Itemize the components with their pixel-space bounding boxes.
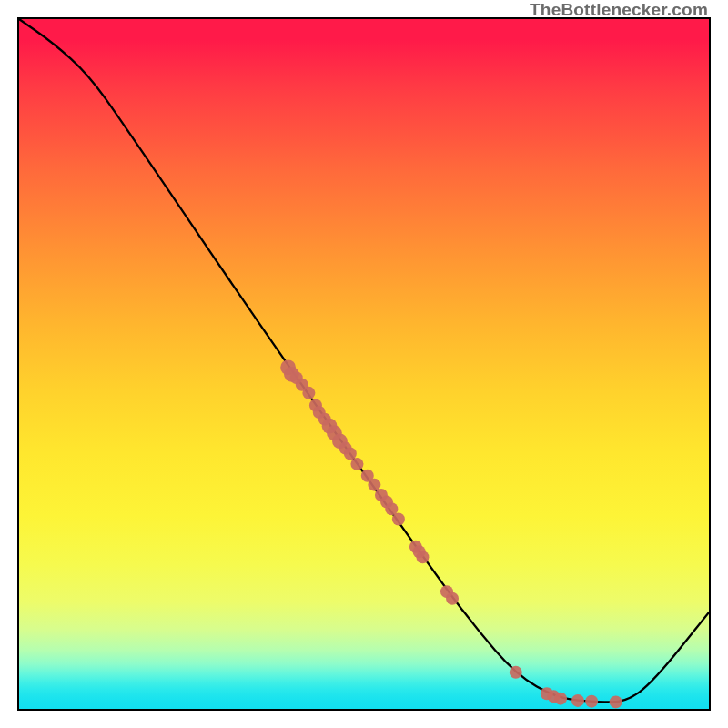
- plot-area: [17, 17, 711, 711]
- chart-container: TheBottlenecker.com: [0, 0, 728, 728]
- scatter-dot: [416, 551, 429, 563]
- scatter-dot: [392, 513, 405, 526]
- scatter-dot: [302, 387, 315, 399]
- chart-svg: [19, 19, 709, 709]
- scatter-dot: [585, 695, 598, 708]
- scatter-dot: [446, 592, 459, 605]
- scatter-dot: [510, 666, 522, 679]
- scatter-dot: [344, 448, 357, 460]
- scatter-dot: [610, 695, 622, 708]
- scatter-dot: [368, 479, 380, 491]
- scatter-dot: [554, 693, 567, 705]
- scatter-dot: [571, 694, 584, 707]
- scatter-dot: [350, 458, 363, 470]
- scatter-dot: [385, 502, 398, 515]
- curve-path: [19, 19, 709, 702]
- scatter-series: [280, 359, 622, 708]
- line-series: [19, 19, 709, 702]
